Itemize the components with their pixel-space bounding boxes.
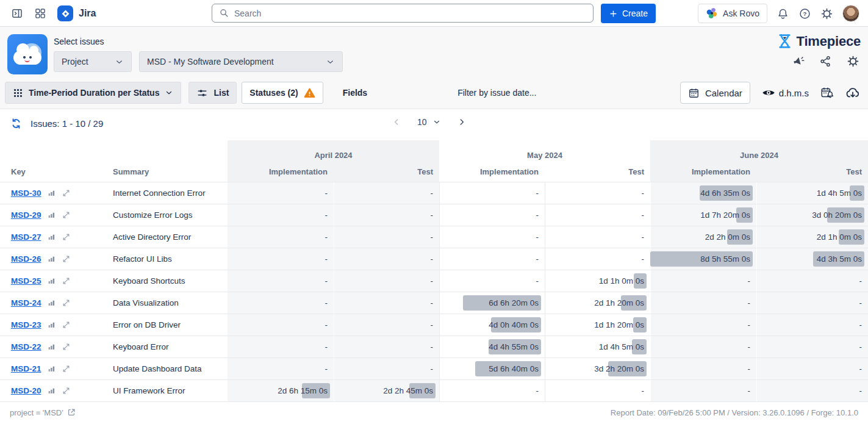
jql-filter[interactable]: project = 'MSD' xyxy=(10,408,76,417)
calendar-button[interactable]: Calendar xyxy=(680,82,750,104)
duration-cell-april-implementation: - xyxy=(228,336,334,358)
duration-cell-june-implementation: - xyxy=(650,336,756,358)
bar-chart-icon[interactable] xyxy=(48,277,56,285)
bar-chart-icon[interactable] xyxy=(48,365,56,373)
summary-cell: Active Directory Error xyxy=(107,226,228,248)
summary-cell: Data Visualization xyxy=(107,292,228,314)
project-selector[interactable]: MSD - My Software Development xyxy=(139,51,343,72)
jira-app-name: Jira xyxy=(79,8,96,19)
table-row: MSD-30 Internet Connection Error - - - -… xyxy=(0,182,868,204)
issues-count-label: Issues: 1 - 10 / 29 xyxy=(30,118,103,129)
chevron-down-icon xyxy=(326,57,335,66)
list-view-button[interactable]: List xyxy=(188,82,237,104)
expand-icon[interactable] xyxy=(62,342,71,351)
prev-page-icon[interactable] xyxy=(392,117,401,127)
expand-icon[interactable] xyxy=(62,364,71,373)
issue-key-link[interactable]: MSD-24 xyxy=(11,298,41,307)
jira-logo[interactable]: Jira xyxy=(57,5,96,21)
issue-key-link[interactable]: MSD-30 xyxy=(11,189,41,198)
bar-chart-icon[interactable] xyxy=(48,189,56,197)
bar-chart-icon[interactable] xyxy=(48,233,56,241)
global-search[interactable] xyxy=(212,4,594,23)
duration-cell-april-test: - xyxy=(334,314,439,336)
duration-cell-april-test: - xyxy=(334,182,439,204)
issue-key-link[interactable]: MSD-29 xyxy=(11,210,41,220)
bar-chart-icon[interactable] xyxy=(48,299,56,307)
help-icon[interactable]: ? xyxy=(798,7,811,20)
plus-icon xyxy=(609,9,618,18)
summary-cell: Refactor UI Libs xyxy=(107,248,228,270)
duration-cell-april-implementation: 2d 6h 15m 0s xyxy=(228,379,334,401)
duration-cell-may-test: 2d 1h 20m 0s xyxy=(545,292,650,314)
share-icon[interactable] xyxy=(819,55,832,68)
jql-text: project = 'MSD' xyxy=(10,408,63,417)
calendar-reminder-icon[interactable] xyxy=(820,86,834,99)
issue-key-link[interactable]: MSD-27 xyxy=(11,232,41,242)
duration-cell-june-implementation: 8d 5h 55m 0s xyxy=(650,248,756,270)
chevron-down-icon xyxy=(115,57,124,66)
bar-chart-icon[interactable] xyxy=(48,211,56,219)
notifications-bell-icon[interactable] xyxy=(777,7,789,20)
feedback-megaphone-icon[interactable] xyxy=(792,55,805,68)
sidebar-toggle-icon[interactable] xyxy=(11,7,23,20)
refresh-icon[interactable] xyxy=(10,117,23,130)
issue-date-filter[interactable]: Filter by issue date... xyxy=(457,88,536,98)
table-row: MSD-21 Update Dashboard Data - - 5d 6h 4… xyxy=(0,358,868,379)
duration-cell-april-implementation: - xyxy=(228,182,334,204)
summary-column-header: Summary xyxy=(107,161,228,182)
bar-chart-icon[interactable] xyxy=(48,321,56,329)
settings-gear-icon[interactable] xyxy=(820,7,833,20)
expand-icon[interactable] xyxy=(62,232,71,242)
duration-cell-june-test: - xyxy=(756,314,868,336)
report-type-selector[interactable]: Time-Period Duration per Status xyxy=(5,82,181,104)
duration-cell-april-test: - xyxy=(334,292,439,314)
implementation-column-header: Implementation xyxy=(650,161,756,182)
page-size-selector[interactable]: 10 xyxy=(417,117,441,127)
issue-key-link[interactable]: MSD-22 xyxy=(11,342,41,351)
duration-cell-june-implementation: - xyxy=(650,292,756,314)
issue-key-link[interactable]: MSD-21 xyxy=(11,364,41,373)
sliders-icon xyxy=(196,87,208,99)
duration-format-toggle[interactable]: d.h.m.s xyxy=(762,86,809,99)
next-page-icon[interactable] xyxy=(457,117,467,127)
issue-key-link[interactable]: MSD-25 xyxy=(11,276,41,286)
expand-icon[interactable] xyxy=(62,386,71,395)
search-input[interactable] xyxy=(234,9,586,18)
duration-cell-may-implementation: 4d 4h 55m 0s xyxy=(439,336,545,358)
duration-cell-april-test: - xyxy=(334,226,439,248)
expand-icon[interactable] xyxy=(62,298,71,307)
expand-icon[interactable] xyxy=(62,320,71,329)
fields-button[interactable]: Fields xyxy=(335,82,375,104)
duration-cell-april-implementation: - xyxy=(228,248,334,270)
expand-icon[interactable] xyxy=(62,254,71,264)
duration-cell-june-implementation: 4d 6h 35m 0s xyxy=(650,182,756,204)
create-button[interactable]: Create xyxy=(601,4,656,23)
bar-chart-icon[interactable] xyxy=(48,255,56,263)
expand-icon[interactable] xyxy=(62,189,71,198)
duration-cell-june-test: - xyxy=(756,292,868,314)
export-cloud-download-icon[interactable] xyxy=(845,85,860,100)
duration-cell-may-implementation: - xyxy=(439,204,545,226)
scope-selector[interactable]: Project xyxy=(54,51,132,72)
svg-text:?: ? xyxy=(803,10,807,17)
ask-rovo-button[interactable]: Ask Rovo xyxy=(698,4,767,23)
duration-cell-may-test: - xyxy=(545,182,650,204)
issue-key-link[interactable]: MSD-20 xyxy=(11,386,41,395)
duration-cell-may-implementation: - xyxy=(439,379,545,401)
summary-cell: Keyboard Error xyxy=(107,336,228,358)
table-row: MSD-24 Data Visualization - - 6d 6h 20m … xyxy=(0,292,868,314)
external-link-icon[interactable] xyxy=(67,408,76,417)
expand-icon[interactable] xyxy=(62,276,71,286)
issue-key-link[interactable]: MSD-26 xyxy=(11,254,41,264)
app-switcher-icon[interactable] xyxy=(34,7,46,20)
bar-chart-icon[interactable] xyxy=(48,343,56,351)
bar-chart-icon[interactable] xyxy=(48,387,56,395)
user-avatar[interactable] xyxy=(842,5,859,22)
duration-cell-april-test: - xyxy=(334,336,439,358)
duration-cell-may-test: - xyxy=(545,379,650,401)
expand-icon[interactable] xyxy=(62,210,71,220)
issue-key-link[interactable]: MSD-23 xyxy=(11,320,41,329)
implementation-column-header: Implementation xyxy=(439,161,545,182)
app-settings-gear-icon[interactable] xyxy=(847,55,859,68)
statuses-filter-button[interactable]: Statuses (2) xyxy=(242,82,323,104)
